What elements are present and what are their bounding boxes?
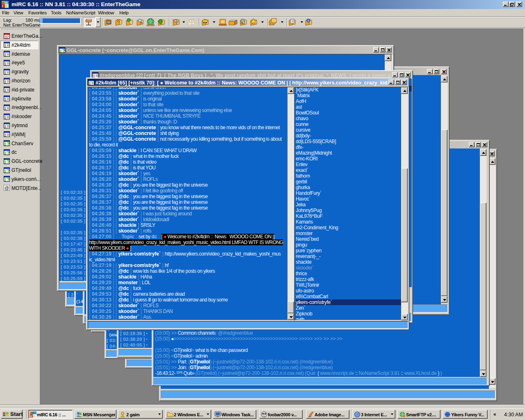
svg-text:nn: nn	[30, 411, 34, 414]
svg-text:@: @	[5, 185, 9, 190]
svg-text:?: ?	[62, 48, 65, 53]
svg-text:ir: ir	[30, 414, 32, 417]
svg-text:♪: ♪	[172, 18, 174, 21]
svg-text:rc: rc	[5, 4, 8, 8]
svg-text:?: ?	[7, 177, 10, 182]
svg-text:i: i	[2, 4, 3, 8]
svg-text:?: ?	[7, 160, 10, 164]
svg-text:?: ?	[7, 142, 10, 146]
svg-text:?: ?	[7, 151, 10, 155]
svg-text:c: c	[33, 414, 35, 417]
svg-text:?: ?	[7, 169, 10, 173]
svg-text:i: i	[308, 19, 309, 22]
svg-text:?: ?	[291, 20, 293, 23]
